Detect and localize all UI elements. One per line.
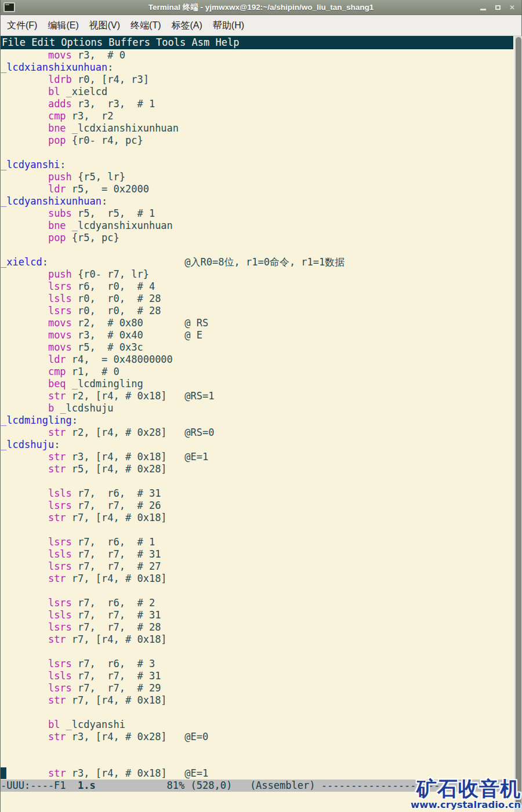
code-line[interactable]: movs r2, # 0x80 @ RS — [1, 317, 513, 329]
code-line[interactable]: _lcdmingling: — [1, 414, 513, 427]
menu-item-2[interactable]: 视图(V) — [84, 16, 125, 35]
code-line[interactable]: ldr r5, = 0x2000 — [1, 183, 513, 195]
menu-item-1[interactable]: 编辑(E) — [42, 16, 84, 35]
code-text — [1, 512, 48, 523]
code-line[interactable]: lsls r7, r7, # 31 — [1, 670, 513, 682]
code-line[interactable]: str r2, [r4, # 0x18] @RS=1 — [1, 390, 513, 402]
menu-item-3[interactable]: 终端(T) — [125, 16, 166, 35]
code-line[interactable]: str r7, [r4, # 0x18] — [1, 512, 513, 524]
code-line[interactable]: movs r5, # 0x3c — [1, 341, 513, 354]
code-text — [1, 463, 48, 475]
code-line[interactable]: ldrb r0, [r4, r3] — [1, 74, 513, 86]
code-line[interactable]: adds r3, r3, # 1 — [1, 98, 513, 110]
code-line[interactable]: bl _xielcd — [1, 86, 513, 98]
code-line[interactable]: lsrs r7, r7, # 29 — [1, 682, 513, 694]
code-line[interactable]: str r3, [r4, # 0x18] @E=1 — [1, 767, 513, 780]
code-line[interactable] — [1, 585, 513, 597]
mnemonic: bne — [48, 122, 66, 134]
minimize-button[interactable] — [478, 3, 488, 12]
code-line[interactable] — [1, 646, 513, 658]
code-text: _lcdshuju — [54, 402, 113, 414]
mnemonic: movs — [48, 341, 72, 353]
code-line[interactable]: str r7, [r4, # 0x18] — [1, 573, 513, 585]
code-text — [1, 220, 48, 231]
code-line[interactable]: _xielcd: @入R0=8位, r1=0命令, r1=1数据 — [1, 256, 513, 268]
code-line[interactable]: beq _lcdmingling — [1, 378, 513, 390]
code-text: r0, r0, # 28 — [72, 293, 161, 304]
maximize-button[interactable] — [493, 3, 502, 12]
code-text: : — [42, 256, 48, 268]
code-line[interactable]: _lcdyanshixunhuan: — [1, 195, 513, 207]
mnemonic: lsrs — [48, 658, 72, 669]
mnemonic: b — [48, 402, 54, 414]
code-line[interactable]: cmp r1, # 0 — [1, 366, 513, 378]
code-line[interactable]: lsrs r6, r0, # 4 — [1, 281, 513, 293]
code-line[interactable]: bne _lcdyanshixunhuan — [1, 220, 513, 232]
code-text: _lcdyanshi — [60, 719, 125, 730]
code-line[interactable]: _lcdshuju: — [1, 439, 513, 451]
code-line[interactable]: lsrs r7, r7, # 28 — [1, 621, 513, 633]
code-line[interactable]: str r3, [r4, # 0x28] @E=0 — [1, 731, 513, 743]
mnemonic: str — [48, 694, 66, 706]
code-line[interactable]: lsrs r0, r0, # 28 — [1, 305, 513, 317]
code-line[interactable]: _lcdyanshi: — [1, 159, 513, 171]
code-line[interactable]: pop {r0- r4, pc} — [1, 134, 513, 147]
code-line[interactable]: cmp r3, r2 — [1, 110, 513, 122]
mnemonic: movs — [48, 317, 72, 329]
code-line[interactable]: pop {r5, pc} — [1, 232, 513, 244]
code-line[interactable]: bl _lcdyanshi — [1, 719, 513, 731]
code-line[interactable] — [1, 743, 513, 755]
mnemonic: lsls — [48, 548, 72, 560]
mnemonic: bne — [48, 220, 66, 231]
code-line[interactable]: movs r3, # 0 — [1, 49, 513, 61]
code-line[interactable]: movs r3, # 0x40 @ E — [1, 329, 513, 341]
code-line[interactable]: push {r5, lr} — [1, 171, 513, 183]
code-text: r5, r5, # 1 — [72, 207, 155, 219]
menu-item-5[interactable]: 帮助(H) — [208, 16, 249, 35]
code-line[interactable]: lsrs r7, r6, # 1 — [1, 536, 513, 548]
code-line[interactable]: lsls r0, r0, # 28 — [1, 293, 513, 305]
code-text — [1, 682, 48, 694]
code-line[interactable]: b _lcdshuju — [1, 402, 513, 414]
code-line[interactable]: lsls r7, r6, # 31 — [1, 487, 513, 500]
code-line[interactable]: str r2, [r4, # 0x28] @RS=0 — [1, 427, 513, 439]
code-line[interactable]: str r7, [r4, # 0x18] — [1, 694, 513, 707]
code-line[interactable]: push {r0- r7, lr} — [1, 268, 513, 281]
code-line[interactable]: lsrs r7, r7, # 27 — [1, 560, 513, 573]
mnemonic: push — [48, 171, 72, 183]
code-line[interactable] — [1, 524, 513, 536]
code-line[interactable]: lsrs r7, r6, # 2 — [1, 597, 513, 609]
label: _lcdmingling — [1, 414, 72, 426]
code-text — [1, 74, 48, 85]
code-line[interactable]: _lcdxianshixunhuan: — [1, 61, 513, 74]
emacs-menu-bar[interactable]: File Edit Options Buffers Tools Asm Help — [1, 36, 513, 49]
code-line[interactable]: lsrs r7, r6, # 3 — [1, 658, 513, 670]
code-line[interactable] — [1, 244, 513, 256]
echo-area[interactable] — [1, 792, 513, 812]
close-button[interactable]: ✕ — [507, 3, 517, 12]
code-line[interactable]: bne _lcdxianshixunhuan — [1, 122, 513, 134]
code-line[interactable]: lsls r7, r7, # 31 — [1, 609, 513, 621]
code-line[interactable] — [1, 707, 513, 719]
code-line[interactable]: str r5, [r4, # 0x28] — [1, 463, 513, 475]
menu-item-0[interactable]: 文件(F) — [2, 16, 42, 35]
scrollbar[interactable] — [513, 36, 522, 812]
code-line[interactable] — [1, 755, 513, 767]
code-area[interactable]: movs r3, # 0_lcdxianshixunhuan: ldrb r0,… — [1, 49, 513, 780]
code-line[interactable]: str r7, [r4, # 0x18] — [1, 633, 513, 646]
code-line[interactable]: subs r5, r5, # 1 — [1, 207, 513, 220]
code-line[interactable] — [1, 475, 513, 487]
code-line[interactable] — [1, 147, 513, 159]
code-text — [1, 329, 48, 341]
mnemonic: movs — [48, 329, 72, 341]
code-line[interactable]: ldr r4, = 0x48000000 — [1, 354, 513, 366]
code-line[interactable]: lsrs r7, r7, # 26 — [1, 500, 513, 512]
code-line[interactable]: lsls r7, r7, # 31 — [1, 548, 513, 560]
title-bar[interactable]: Terminal 终端 - yjmwxwx@192:~/a/shipin/wo_… — [1, 0, 521, 15]
code-text: r7, r7, # 27 — [72, 560, 161, 572]
emacs-mode-line[interactable]: -UUU:----F1 1.s 81% (528,0) (Assembler) … — [1, 780, 513, 792]
menu-item-4[interactable]: 标签(A) — [166, 16, 208, 35]
code-line[interactable]: str r3, [r4, # 0x18] @E=1 — [1, 451, 513, 463]
code-text — [1, 366, 48, 377]
scrollbar-thumb[interactable] — [516, 37, 521, 806]
